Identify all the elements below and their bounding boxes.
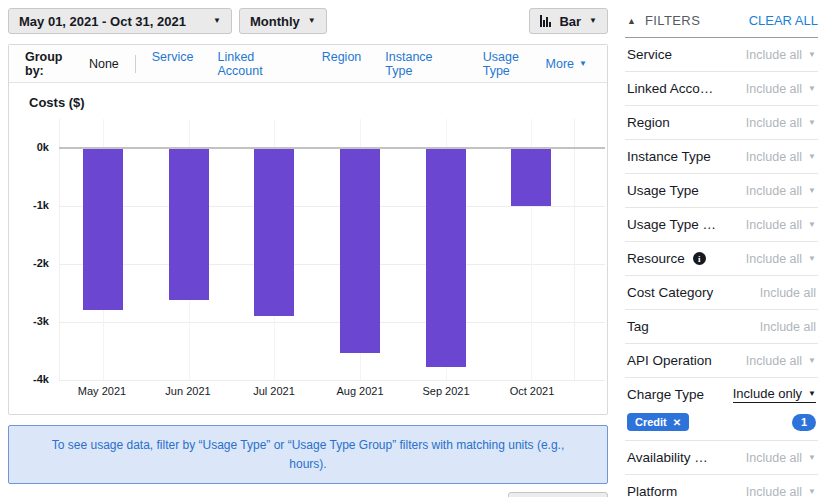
filter-dropdown-value: Include all <box>746 82 802 96</box>
date-range-button[interactable]: May 01, 2021 - Oct 31, 2021 ▼ <box>8 8 232 34</box>
gridline <box>59 380 605 381</box>
filter-row-main: TagInclude all <box>627 310 816 343</box>
filter-dropdown-availability[interactable]: Include all▼ <box>746 451 816 465</box>
info-banner: To see usage data, filter by “Usage Type… <box>8 425 608 484</box>
caret-down-icon: ▼ <box>579 60 587 68</box>
filter-dropdown-value: Include all <box>746 485 802 497</box>
y-tick-label: -4k <box>33 373 49 385</box>
chart-type-label: Bar <box>559 14 581 29</box>
filter-dropdown-usage-type[interactable]: Include all▼ <box>746 218 816 232</box>
collapse-arrow-icon[interactable]: ▲ <box>627 16 636 26</box>
caret-down-icon: ▼ <box>808 488 816 496</box>
filter-label: Resourcei <box>627 251 706 266</box>
filter-row-main: Instance TypeInclude all▼ <box>627 140 816 173</box>
bar-oct-2021[interactable] <box>511 148 551 206</box>
cut-off-button[interactable] <box>508 492 608 497</box>
filter-dropdown-platform[interactable]: Include all▼ <box>746 485 816 497</box>
cost-chart: Costs ($) 0k-1k-2k-3k-4k May 2021Jun 202… <box>9 95 607 397</box>
filter-row-main: PlatformInclude all▼ <box>627 475 816 497</box>
filter-label: Usage Type … <box>627 217 716 232</box>
filter-row-resource: ResourceiInclude all▼ <box>625 242 818 276</box>
plot-column <box>146 119 232 380</box>
filter-row-main: Cost CategoryInclude all <box>627 276 816 309</box>
group-by-option-instance-type[interactable]: Instance Type <box>385 50 458 78</box>
divider <box>135 55 136 73</box>
granularity-button[interactable]: Monthly ▼ <box>239 8 327 34</box>
remove-tag-icon[interactable]: ✕ <box>673 417 681 428</box>
filter-label: Charge Type <box>627 387 704 402</box>
filter-row-main: Usage TypeInclude all▼ <box>627 174 816 207</box>
y-tick-label: 0k <box>37 141 49 153</box>
filter-label: Linked Acco… <box>627 81 713 96</box>
caret-down-icon: ▼ <box>589 17 597 25</box>
filter-dropdown-service[interactable]: Include all▼ <box>746 48 816 62</box>
filter-dropdown-usage-type[interactable]: Include all▼ <box>746 184 816 198</box>
filter-row-main: RegionInclude all▼ <box>627 106 816 139</box>
group-by-more[interactable]: More ▼ <box>546 57 591 71</box>
filter-row-linked-acco: Linked Acco…Include all▼ <box>625 72 818 106</box>
filter-dropdown-instance-type[interactable]: Include all▼ <box>746 150 816 164</box>
group-by-more-label: More <box>546 57 574 71</box>
filter-dropdown-charge-type[interactable]: Include only▼ <box>733 386 816 403</box>
filter-dropdown-tag[interactable]: Include all <box>760 320 816 334</box>
filters-sidebar: ▲ FILTERS CLEAR ALL ServiceInclude all▼L… <box>625 0 818 497</box>
caret-down-icon: ▼ <box>808 119 816 127</box>
date-range-label: May 01, 2021 - Oct 31, 2021 <box>19 14 186 29</box>
filter-label: Instance Type <box>627 149 711 164</box>
granularity-label: Monthly <box>250 14 300 29</box>
group-by-option-service[interactable]: Service <box>152 50 194 78</box>
group-by-option-linked-account[interactable]: Linked Account <box>217 50 297 78</box>
filter-row-availability: Availability …Include all▼ <box>625 441 818 475</box>
bar-may-2021[interactable] <box>83 148 123 310</box>
filter-dropdown-cost-category[interactable]: Include all <box>760 286 816 300</box>
filter-dropdown-value: Include all <box>746 451 802 465</box>
filter-label: Region <box>627 115 670 130</box>
filter-label: Usage Type <box>627 183 699 198</box>
filter-row-main: Charge TypeInclude only▼ <box>627 378 816 411</box>
filter-row-main: Usage Type …Include all▼ <box>627 208 816 241</box>
filter-dropdown-resource[interactable]: Include all▼ <box>746 252 816 266</box>
filter-tag-credit[interactable]: Credit✕ <box>627 413 689 431</box>
bar-jun-2021[interactable] <box>169 148 209 300</box>
group-by-option-usage-type[interactable]: Usage Type <box>483 50 546 78</box>
bar-sep-2021[interactable] <box>426 148 466 367</box>
y-tick-label: -1k <box>33 199 49 211</box>
info-banner-text: To see usage data, filter by “Usage Type… <box>36 436 581 473</box>
filter-row-service: ServiceInclude all▼ <box>625 38 818 72</box>
filter-row-main: Linked Acco…Include all▼ <box>627 72 816 105</box>
filter-dropdown-value: Include all <box>746 116 802 130</box>
filter-row-main: ServiceInclude all▼ <box>627 38 816 71</box>
bar-chart-icon <box>540 15 551 27</box>
bar-aug-2021[interactable] <box>340 148 380 353</box>
y-tick-label: -2k <box>33 257 49 269</box>
caret-down-icon: ▼ <box>808 153 816 161</box>
bar-jul-2021[interactable] <box>254 148 294 316</box>
info-icon[interactable]: i <box>693 252 706 265</box>
filter-tags: Credit✕1 <box>627 411 816 440</box>
filter-row-charge-type: Charge TypeInclude only▼Credit✕1 <box>625 378 818 441</box>
filter-dropdown-value: Include all <box>760 286 816 300</box>
filter-dropdown-value: Include all <box>746 48 802 62</box>
clear-all-link[interactable]: CLEAR ALL <box>749 13 818 28</box>
filter-dropdown-region[interactable]: Include all▼ <box>746 116 816 130</box>
plot-column <box>403 119 489 380</box>
chart-panel: Group by: None ServiceLinked AccountRegi… <box>8 44 608 415</box>
filter-row-region: RegionInclude all▼ <box>625 106 818 140</box>
filter-dropdown-linked-acco[interactable]: Include all▼ <box>746 82 816 96</box>
plot-area <box>59 119 607 380</box>
y-tick-label: -3k <box>33 315 49 327</box>
filter-row-main: ResourceiInclude all▼ <box>627 242 816 275</box>
group-by-option-region[interactable]: Region <box>322 50 362 78</box>
chart-type-button[interactable]: Bar ▼ <box>529 8 608 34</box>
filter-dropdown-api-operation[interactable]: Include all▼ <box>746 354 816 368</box>
filter-label: Cost Category <box>627 285 713 300</box>
filter-dropdown-value: Include all <box>760 320 816 334</box>
x-tick-label: Jun 2021 <box>145 385 231 397</box>
filter-dropdown-value: Include all <box>746 354 802 368</box>
filters-title: FILTERS <box>645 13 700 28</box>
group-by-links: ServiceLinked AccountRegionInstance Type… <box>152 50 546 78</box>
filter-dropdown-value: Include only <box>733 386 802 401</box>
caret-down-icon: ▼ <box>808 221 816 229</box>
x-tick-label: May 2021 <box>59 385 145 397</box>
filter-dropdown-value: Include all <box>746 184 802 198</box>
